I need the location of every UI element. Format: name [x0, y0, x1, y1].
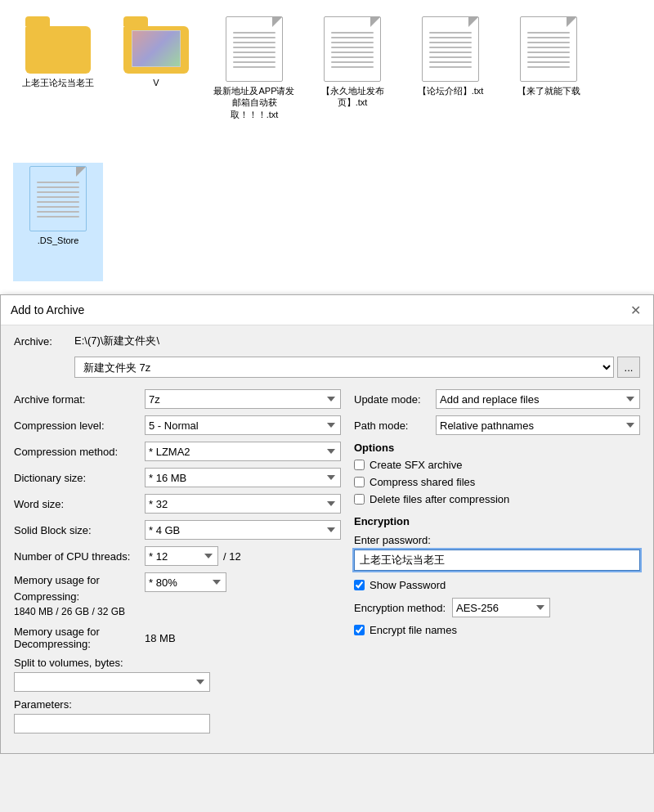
- compression-method-select[interactable]: * LZMA2LZMAPPMd: [145, 442, 341, 461]
- folder-icon: [25, 16, 91, 74]
- list-item[interactable]: 上老王论坛当老王: [13, 13, 103, 155]
- file-browser: 上老王论坛当老王 V 最新地址及APP请发邮箱自动获取！！！.txt: [0, 0, 654, 294]
- file-label: 最新地址及APP请发邮箱自动获取！！！.txt: [213, 85, 296, 120]
- word-size-label: Word size:: [14, 498, 145, 510]
- path-mode-select[interactable]: Relative pathnames Absolute pathnames No…: [436, 415, 640, 435]
- solid-block-size-row: Solid Block size: * 4 GB1 GB2 GB: [14, 520, 341, 540]
- memory-decompressing-value: 18 MB: [145, 632, 176, 644]
- show-password-checkbox[interactable]: [354, 580, 365, 590]
- cpu-threads-row: Number of CPU threads: * 12148 / 12: [14, 546, 341, 566]
- file-label: V: [153, 77, 159, 88]
- file-label: 【论坛介绍】.txt: [418, 85, 484, 96]
- txt-icon: [226, 16, 283, 82]
- dictionary-size-label: Dictionary size:: [14, 472, 145, 484]
- parameters-input[interactable]: [14, 714, 210, 733]
- path-mode-label: Path mode:: [354, 419, 436, 432]
- delete-after-row: Delete files after compression: [354, 493, 640, 505]
- folder-photo-icon: [123, 16, 189, 74]
- archive-input-row: 新建文件夹 7z ...: [74, 357, 640, 378]
- list-item[interactable]: 【永久地址发布页】.txt: [307, 13, 397, 155]
- list-item[interactable]: 【来了就能下载: [504, 13, 594, 155]
- encryption-method-label: Encryption method:: [354, 602, 446, 614]
- enter-password-label: Enter password:: [354, 534, 640, 546]
- memory-compressing-label: Memory usage for Compressing:1840 MB / 2…: [14, 572, 145, 619]
- file-label: 【来了就能下载: [517, 85, 580, 96]
- encrypt-filenames-label[interactable]: Encrypt file names: [370, 624, 457, 636]
- archive-format-row: Archive format: 7zziptar: [14, 389, 341, 409]
- txt-icon: [520, 16, 577, 82]
- create-sfx-row: Create SFX archive: [354, 459, 640, 471]
- encryption-title: Encryption: [354, 515, 640, 527]
- encrypt-filenames-row: Encrypt file names: [354, 624, 640, 636]
- dialog-title: Add to Archive: [11, 303, 84, 316]
- archive-format-label: Archive format:: [14, 393, 145, 406]
- compress-shared-checkbox[interactable]: [354, 477, 365, 487]
- compression-level-select[interactable]: 5 - Normal0 - Store9 - Ultra: [145, 415, 341, 435]
- txt-icon: [422, 16, 479, 82]
- cpu-threads-select[interactable]: * 12148: [145, 546, 218, 566]
- memory-compressing-right: * 80%50%60%: [145, 572, 226, 592]
- delete-after-label[interactable]: Delete files after compression: [370, 493, 509, 505]
- dictionary-size-row: Dictionary size: * 16 MB32 MB64 MB: [14, 468, 341, 487]
- cpu-threads-label: Number of CPU threads:: [14, 550, 145, 563]
- txt-icon: [324, 16, 381, 82]
- solid-block-size-label: Solid Block size:: [14, 524, 145, 536]
- archive-format-select[interactable]: 7zziptar: [145, 389, 341, 409]
- update-mode-select[interactable]: Add and replace files Update and add fil…: [436, 389, 640, 409]
- show-password-label[interactable]: Show Password: [370, 579, 446, 591]
- right-column: Update mode: Add and replace files Updat…: [354, 389, 640, 740]
- encryption-section: Encryption Enter password: Show Password…: [354, 515, 640, 636]
- close-button[interactable]: ✕: [627, 302, 643, 318]
- browse-button[interactable]: ...: [617, 357, 640, 378]
- memory-decompressing-label: Memory usage for Decompressing:: [14, 626, 145, 650]
- list-item[interactable]: .DS_Store: [13, 163, 103, 281]
- parameters-section: Parameters:: [14, 698, 341, 733]
- file-label: 上老王论坛当老王: [22, 77, 94, 88]
- archive-label: Archive:: [14, 335, 71, 348]
- update-mode-row: Update mode: Add and replace files Updat…: [354, 389, 640, 409]
- archive-name-input[interactable]: 新建文件夹 7z: [74, 357, 614, 378]
- list-item[interactable]: V: [111, 13, 201, 155]
- file-label: 【永久地址发布页】.txt: [311, 85, 394, 109]
- path-mode-row: Path mode: Relative pathnames Absolute p…: [354, 415, 640, 435]
- two-column-layout: Archive format: 7zziptar Compression lev…: [14, 389, 640, 740]
- split-label: Split to volumes, bytes:: [14, 657, 341, 669]
- cpu-threads-suffix: / 12: [223, 550, 241, 563]
- dictionary-size-select[interactable]: * 16 MB32 MB64 MB: [145, 468, 341, 487]
- encrypt-filenames-checkbox[interactable]: [354, 625, 365, 635]
- memory-decompressing-row: Memory usage for Decompressing: 18 MB: [14, 626, 341, 650]
- add-to-archive-dialog: Add to Archive ✕ Archive: E:\(7)\新建文件夹\ …: [0, 294, 654, 754]
- show-password-row: Show Password: [354, 579, 640, 591]
- left-column: Archive format: 7zziptar Compression lev…: [14, 389, 341, 740]
- options-title: Options: [354, 442, 640, 454]
- compression-level-row: Compression level: 5 - Normal0 - Store9 …: [14, 415, 341, 435]
- list-item[interactable]: 【论坛介绍】.txt: [405, 13, 495, 155]
- file-label: .DS_Store: [38, 235, 79, 246]
- dialog-content: Archive: E:\(7)\新建文件夹\ 新建文件夹 7z ... Arch…: [1, 325, 653, 753]
- compression-method-label: Compression method:: [14, 446, 145, 458]
- word-size-select[interactable]: * 3264128: [145, 494, 341, 514]
- options-section: Options Create SFX archive Compress shar…: [354, 442, 640, 505]
- word-size-row: Word size: * 3264128: [14, 494, 341, 514]
- encryption-method-row: Encryption method: AES-256 ZipCrypto: [354, 598, 640, 617]
- split-volumes-input[interactable]: [14, 672, 210, 692]
- memory-compressing-select[interactable]: * 80%50%60%: [145, 572, 226, 592]
- create-sfx-checkbox[interactable]: [354, 460, 365, 470]
- txt-icon: [29, 166, 87, 231]
- solid-block-size-select[interactable]: * 4 GB1 GB2 GB: [145, 520, 341, 540]
- parameters-label: Parameters:: [14, 698, 341, 711]
- compress-shared-label[interactable]: Compress shared files: [370, 476, 475, 488]
- list-item[interactable]: 最新地址及APP请发邮箱自动获取！！！.txt: [209, 13, 299, 155]
- compress-shared-row: Compress shared files: [354, 476, 640, 488]
- dialog-titlebar: Add to Archive ✕: [1, 295, 653, 325]
- compression-method-row: Compression method: * LZMA2LZMAPPMd: [14, 442, 341, 461]
- create-sfx-label[interactable]: Create SFX archive: [370, 459, 462, 471]
- password-input[interactable]: [354, 550, 640, 571]
- memory-compressing-row: Memory usage for Compressing:1840 MB / 2…: [14, 572, 341, 619]
- delete-after-checkbox[interactable]: [354, 494, 365, 505]
- compression-level-label: Compression level:: [14, 419, 145, 432]
- encryption-method-select[interactable]: AES-256 ZipCrypto: [452, 598, 550, 617]
- archive-label-row: Archive: E:\(7)\新建文件夹\: [14, 334, 640, 348]
- split-volumes-section: Split to volumes, bytes:: [14, 657, 341, 692]
- update-mode-label: Update mode:: [354, 393, 436, 406]
